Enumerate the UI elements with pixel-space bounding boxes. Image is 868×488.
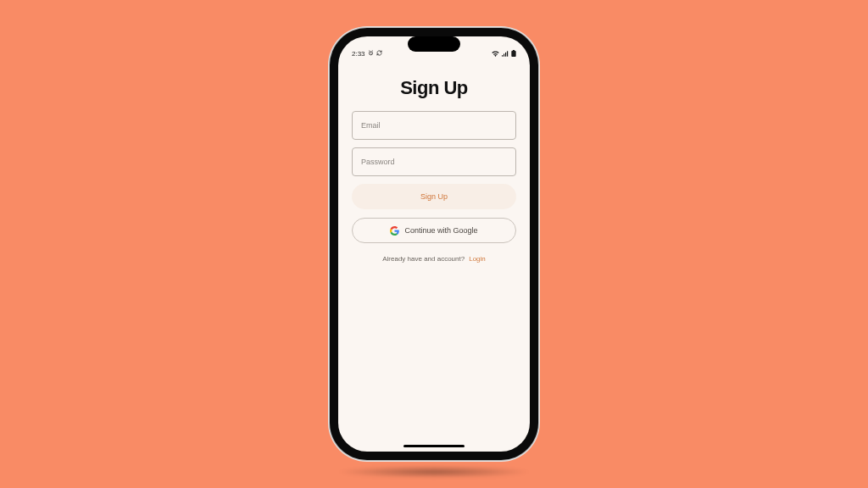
svg-rect-6 <box>504 53 504 56</box>
phone-frame: 2:33 Sign Up <box>330 28 538 460</box>
svg-rect-5 <box>502 55 503 57</box>
login-prompt-row: Already have and account? Login <box>382 255 486 263</box>
google-icon <box>390 226 399 236</box>
google-signin-button[interactable]: Continue with Google <box>352 218 516 243</box>
login-link[interactable]: Login <box>469 255 486 263</box>
battery-icon <box>511 50 516 57</box>
svg-rect-8 <box>507 51 508 56</box>
home-indicator[interactable] <box>403 445 465 447</box>
phone-screen: 2:33 Sign Up <box>338 36 530 452</box>
google-button-label: Continue with Google <box>404 226 477 235</box>
signal-icon <box>502 51 509 57</box>
status-left: 2:33 <box>352 50 382 58</box>
signup-button[interactable]: Sign Up <box>352 184 516 209</box>
email-field[interactable] <box>352 111 516 140</box>
password-field[interactable] <box>352 147 516 176</box>
svg-line-3 <box>369 50 370 51</box>
svg-rect-7 <box>505 52 506 56</box>
svg-line-4 <box>372 50 373 51</box>
phone-shadow <box>337 466 531 478</box>
status-right <box>492 50 516 57</box>
status-time: 2:33 <box>352 50 365 58</box>
dynamic-island <box>408 36 460 52</box>
svg-line-2 <box>370 53 371 53</box>
wifi-icon <box>492 51 499 57</box>
alarm-icon <box>368 50 374 58</box>
signup-form: Sign Up Sign Up Continue with Google Alr… <box>338 62 530 452</box>
svg-rect-10 <box>511 51 515 57</box>
page-title: Sign Up <box>400 77 468 99</box>
sync-icon <box>376 50 382 58</box>
svg-rect-9 <box>513 50 515 51</box>
login-prompt-text: Already have and account? <box>382 255 465 263</box>
